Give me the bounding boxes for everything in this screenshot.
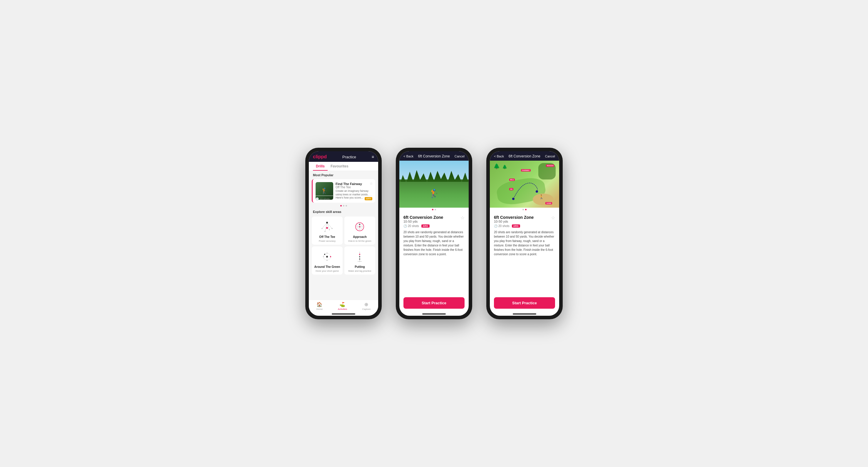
carousel-dots: [309, 204, 378, 208]
screen1-content: Most Popular 🏌️ Find The Fairway Off The…: [309, 171, 378, 300]
svg-point-27: [359, 259, 360, 260]
nav-activities-label: Activities: [338, 308, 347, 310]
star-icon[interactable]: ☆: [370, 181, 373, 186]
home-bar-2: [422, 313, 446, 314]
image-dots-3: [490, 208, 559, 211]
skill-card-putting[interactable]: Putting Make and lag practice: [344, 246, 375, 275]
svg-point-21: [323, 256, 324, 257]
svg-point-29: [512, 198, 515, 200]
star-icon-2[interactable]: ☆: [460, 215, 465, 221]
drill-detail-desc-3: 20 shots are randomly generated at dista…: [494, 230, 555, 257]
drill-detail-name-2: 6ft Conversion Zone: [403, 215, 443, 220]
svg-point-4: [326, 222, 328, 224]
map-player-icon: 🚶: [539, 194, 544, 199]
drill-footer: 🕐 10 shots OTT: [316, 194, 372, 200]
home-bar-3: [513, 313, 536, 314]
svg-point-9: [326, 227, 328, 229]
drill-shots: 🕐 10 shots: [316, 197, 330, 200]
skill-icon-putting: [351, 249, 369, 264]
nav-home-label: Home: [316, 308, 322, 310]
start-practice-button-3[interactable]: Start Practice: [494, 297, 555, 309]
detail-content-3: 6ft Conversion Zone 10-50 yds ☆ 🕐 20 sho…: [490, 211, 559, 297]
drill-tag-arg-2: ARG: [422, 224, 430, 228]
nav-home[interactable]: 🏠 Home: [316, 302, 322, 310]
home-icon: 🏠: [316, 302, 322, 307]
skill-card-around-green[interactable]: Around The Green Hone your short game: [312, 246, 343, 275]
svg-point-20: [327, 260, 328, 261]
nav-capture[interactable]: ⊕ Capture: [362, 302, 371, 310]
nav-activities[interactable]: ⛳ Activities: [338, 302, 347, 310]
img-dot-3-2: [525, 209, 527, 210]
svg-point-19: [330, 256, 331, 257]
clock-icon: 🕐: [316, 197, 319, 200]
screen3-header: < Back 6ft Conversion Zone Cancel: [490, 151, 559, 161]
drill-detail-info-2: 6ft Conversion Zone 10-50 yds ☆ 🕐 20 sho…: [399, 211, 469, 260]
drill-detail-info-3: 6ft Conversion Zone 10-50 yds ☆ 🕐 20 sho…: [490, 211, 559, 260]
clock-icon-3: 🕐: [494, 224, 497, 228]
activities-icon: ⛳: [339, 302, 345, 307]
featured-drill-card[interactable]: 🏌️ Find The Fairway Off The Tee Create a…: [312, 179, 375, 203]
cancel-button-3[interactable]: Cancel: [545, 155, 555, 158]
dot-1: [340, 205, 342, 206]
map-trajectory-svg: [490, 161, 559, 208]
drill-tag-arg-3: ARG: [512, 224, 520, 228]
drill-name: Find The Fairway: [336, 182, 372, 186]
skill-svg-putting: [352, 250, 368, 263]
phone-1: clippd Practice ≡ Drills Favourites Most…: [305, 148, 382, 319]
skill-svg-off-tee: [319, 220, 335, 234]
back-button-3[interactable]: < Back: [494, 155, 504, 158]
skill-desc-putting: Make and lag practice: [348, 270, 371, 272]
svg-point-30: [536, 190, 538, 193]
drill-image-map: 🌲 🌲 FAIRWAY ROUGH SAND Miss Hit 🚶: [490, 161, 559, 208]
svg-point-7: [321, 228, 322, 229]
svg-point-26: [359, 256, 360, 257]
skill-card-approach[interactable]: Approach Dial-in to hit the green: [344, 216, 375, 245]
img-dot-2: [435, 209, 436, 210]
skill-desc-around-green: Hone your short game: [316, 270, 339, 272]
phone-3: < Back 6ft Conversion Zone Cancel 🌲 🌲 FA…: [486, 148, 563, 319]
drill-detail-shots-3: 🕐 20 shots: [494, 224, 509, 228]
app-logo: clippd: [313, 154, 327, 160]
img-dot-1: [432, 209, 433, 210]
drill-detail-range-3: 10-50 yds: [494, 220, 534, 223]
detail-title-3: 6ft Conversion Zone: [508, 154, 540, 158]
capture-icon: ⊕: [364, 302, 368, 307]
skill-name-around-green: Around The Green: [314, 265, 340, 268]
svg-point-5: [324, 231, 326, 232]
svg-point-8: [332, 228, 333, 229]
star-icon-3[interactable]: ☆: [551, 215, 555, 221]
skill-svg-around-green: [319, 250, 335, 263]
skill-card-off-tee[interactable]: Off The Tee Power accuracy: [312, 216, 343, 245]
tab-favourites[interactable]: Favourites: [328, 162, 351, 171]
nav-capture-label: Capture: [362, 308, 371, 310]
drill-image-photo: 🏌️: [399, 161, 469, 208]
screen2-header: < Back 6ft Conversion Zone Cancel: [399, 151, 469, 161]
drill-tag-ott: OTT: [365, 197, 372, 200]
start-practice-button-2[interactable]: Start Practice: [403, 297, 465, 309]
skill-svg-approach: [352, 220, 368, 234]
menu-icon[interactable]: ≡: [372, 155, 374, 159]
explore-label: Explore skill areas: [309, 208, 378, 215]
detail-title-2: 6ft Conversion Zone: [418, 154, 450, 158]
svg-point-6: [329, 229, 330, 230]
skill-name-approach: Approach: [353, 235, 367, 238]
svg-point-15: [359, 226, 360, 227]
golf-course-map: 🌲 🌲 FAIRWAY ROUGH SAND Miss Hit 🚶: [490, 161, 559, 208]
golf-course-photo: 🏌️: [399, 161, 469, 208]
image-dots-2: [399, 208, 469, 211]
golf-player-photo: 🏌️: [429, 189, 439, 198]
drill-detail-shots-2: 🕐 20 shots: [403, 224, 419, 228]
drill-detail-desc-2: 20 shots are randomly generated at dista…: [403, 230, 465, 257]
back-button-2[interactable]: < Back: [403, 155, 413, 158]
skill-desc-off-tee: Power accuracy: [319, 240, 336, 242]
screen1-page-title: Practice: [342, 155, 356, 159]
cancel-button-2[interactable]: Cancel: [455, 155, 465, 158]
home-bar-1: [332, 313, 355, 314]
svg-point-22: [324, 254, 325, 255]
scene: clippd Practice ≡ Drills Favourites Most…: [293, 136, 575, 331]
most-popular-label: Most Popular: [309, 171, 378, 178]
skill-grid: Off The Tee Power accuracy: [309, 215, 378, 276]
tab-drills[interactable]: Drills: [313, 162, 328, 171]
clock-icon-2: 🕐: [403, 224, 407, 228]
skill-name-off-tee: Off The Tee: [319, 235, 335, 238]
